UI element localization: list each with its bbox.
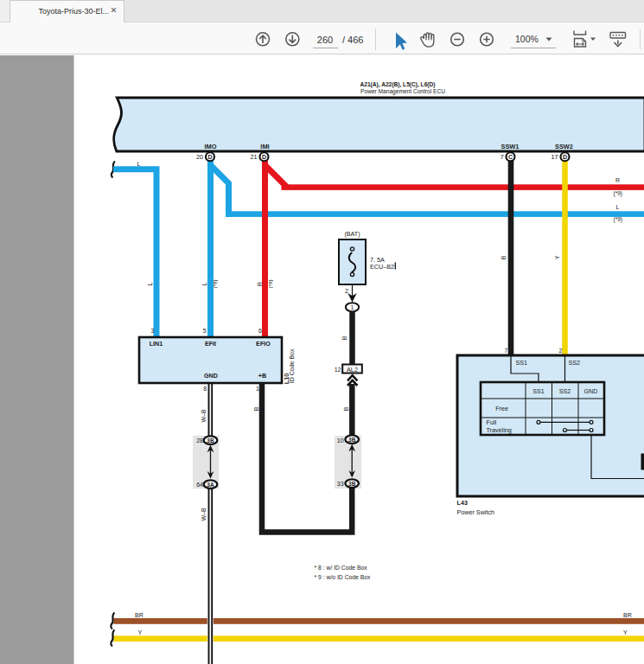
svg-text:B: B <box>501 255 507 259</box>
svg-text:/ 466: / 466 <box>342 35 363 45</box>
svg-text:(BAT): (BAT) <box>344 230 360 238</box>
svg-text:R: R <box>615 177 620 183</box>
svg-text:100%: 100% <box>515 34 539 44</box>
svg-text:1: 1 <box>351 304 354 310</box>
svg-text:B: B <box>253 406 259 411</box>
svg-text:3B: 3B <box>207 437 214 444</box>
svg-text:B: B <box>341 335 348 340</box>
svg-text:L: L <box>201 282 207 285</box>
svg-text:12: 12 <box>335 367 341 373</box>
svg-text:Power Switch: Power Switch <box>457 508 495 516</box>
svg-text:3A: 3A <box>207 482 214 488</box>
svg-text:BR: BR <box>135 612 143 618</box>
svg-text:8: 8 <box>203 386 207 392</box>
svg-text:Free: Free <box>495 405 508 412</box>
svg-text:2: 2 <box>559 348 563 354</box>
svg-text:Y: Y <box>554 255 560 259</box>
svg-text:SS1: SS1 <box>532 387 545 395</box>
svg-text:L: L <box>147 282 153 285</box>
svg-text:28: 28 <box>196 437 203 444</box>
svg-text:Full: Full <box>487 418 497 426</box>
svg-text:(*8): (*8) <box>267 280 273 289</box>
svg-text:EFII: EFII <box>205 340 216 348</box>
svg-text:SS2: SS2 <box>559 387 571 395</box>
svg-text:C: C <box>508 154 513 161</box>
svg-text:+B: +B <box>258 372 266 380</box>
svg-text:LIN1: LIN1 <box>150 340 163 348</box>
svg-text:GND: GND <box>204 372 218 380</box>
svg-text:ECU–B2: ECU–B2 <box>370 263 394 271</box>
svg-text:ID Code Box: ID Code Box <box>290 348 296 383</box>
svg-text:260: 260 <box>317 35 333 45</box>
svg-text:(*9): (*9) <box>614 190 622 197</box>
svg-text:21: 21 <box>251 153 258 161</box>
svg-text:D: D <box>262 154 266 161</box>
svg-text:SS2: SS2 <box>569 359 581 367</box>
svg-text:3B: 3B <box>348 481 356 487</box>
svg-text:Y: Y <box>623 629 628 635</box>
svg-text:AL2: AL2 <box>347 366 358 374</box>
svg-text:IMI: IMI <box>260 143 269 150</box>
svg-text:L: L <box>137 161 141 167</box>
svg-text:SSW2: SSW2 <box>555 143 573 150</box>
svg-text:Power Management Control ECU: Power Management Control ECU <box>360 88 445 95</box>
svg-text:7: 7 <box>505 348 508 354</box>
svg-text:D: D <box>207 154 212 161</box>
svg-text:20: 20 <box>196 153 203 161</box>
svg-text:33: 33 <box>337 481 344 487</box>
svg-text:L43: L43 <box>457 499 468 507</box>
svg-text:D: D <box>563 154 567 161</box>
svg-text:(*9): (*9) <box>614 216 622 223</box>
svg-text:SS1: SS1 <box>516 359 528 367</box>
svg-text:6: 6 <box>258 328 262 334</box>
svg-text:EFIO: EFIO <box>256 340 271 348</box>
svg-text:7. 5A: 7. 5A <box>370 256 385 264</box>
svg-text:* 9 : w/o ID Code Box: * 9 : w/o ID Code Box <box>315 574 372 580</box>
svg-text:B: B <box>343 406 349 411</box>
svg-text:BR: BR <box>623 612 632 618</box>
svg-text:10: 10 <box>337 437 344 444</box>
svg-text:5: 5 <box>203 328 207 334</box>
svg-text:(*8): (*8) <box>212 280 218 289</box>
svg-text:GND: GND <box>584 387 598 395</box>
svg-text:3: 3 <box>150 328 154 334</box>
svg-text:64: 64 <box>196 482 203 488</box>
svg-text:7: 7 <box>501 153 504 161</box>
svg-text:3B: 3B <box>348 437 356 443</box>
svg-text:W–B: W–B <box>201 508 207 521</box>
svg-text:Traveling: Traveling <box>487 426 512 434</box>
svg-text:IMO: IMO <box>205 143 217 150</box>
svg-text:2: 2 <box>345 287 348 295</box>
svg-text:1: 1 <box>256 386 259 392</box>
svg-text:L: L <box>616 204 620 210</box>
svg-text:* 8 : w/ ID Code Box: * 8 : w/ ID Code Box <box>315 565 368 571</box>
svg-text:SSW1: SSW1 <box>501 143 520 150</box>
svg-text:17: 17 <box>552 153 558 161</box>
svg-text:W–B: W–B <box>201 409 207 423</box>
svg-text:Y: Y <box>138 629 143 635</box>
svg-text:R: R <box>257 282 263 286</box>
